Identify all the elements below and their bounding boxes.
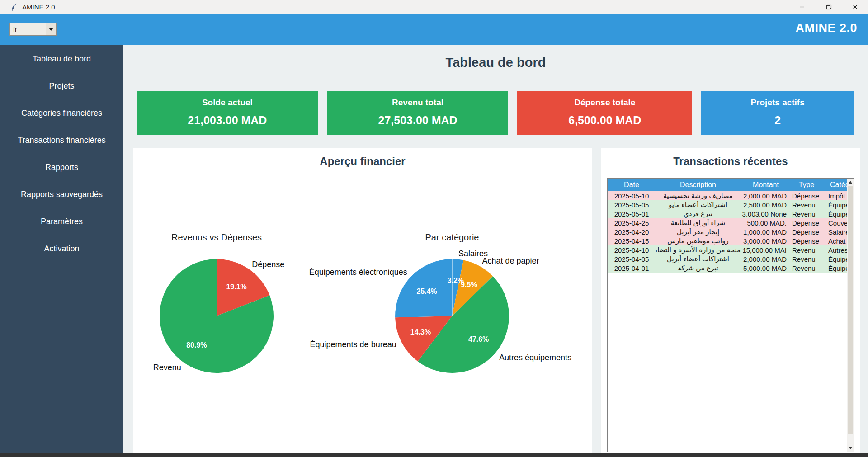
brand-title: AMINE 2.0 bbox=[795, 21, 857, 35]
cell-categorie: Équipe bbox=[822, 201, 847, 209]
cell-categorie: Équipe bbox=[822, 264, 847, 272]
cell-description: مصاريف ورشة تحسيسية bbox=[656, 192, 741, 200]
column-header-date[interactable]: Date bbox=[608, 179, 656, 191]
cell-date: 2025-04-25 bbox=[608, 219, 656, 227]
pie-chart-title: Revenus vs Dépenses bbox=[171, 232, 262, 242]
column-header-type[interactable]: Type bbox=[791, 179, 822, 191]
cell-categorie: Autres bbox=[822, 246, 847, 254]
stat-card-projets-actifs: Projets actifs2 bbox=[701, 91, 854, 135]
pie-percent-label: 25.4% bbox=[416, 287, 437, 295]
transaction-row[interactable]: 2025-04-20إيجار مقر أبريل1,000.00 MADDép… bbox=[608, 227, 847, 236]
close-button[interactable] bbox=[842, 0, 868, 14]
app-header: fr AMINE 2.0 bbox=[0, 14, 868, 45]
transaction-row[interactable]: 2025-04-05اشتراكات أعضاء أبريل2,000.00 M… bbox=[608, 254, 847, 264]
pie-slice-label: Dépense bbox=[252, 260, 284, 269]
cell-date: 2025-04-20 bbox=[608, 228, 656, 236]
cell-description: اشتراكات أعضاء مايو bbox=[656, 201, 741, 209]
scroll-up-button[interactable] bbox=[847, 179, 854, 186]
sidebar-item-rapports[interactable]: Rapports bbox=[0, 154, 123, 181]
stat-card-depense-totale: Dépense totale6,500.00 MAD bbox=[517, 91, 692, 135]
cell-date: 2025-05-01 bbox=[608, 210, 656, 218]
stat-card-solde-actuel: Solde actuel21,003.00 MAD bbox=[137, 91, 318, 135]
cell-description: تبرع فردي bbox=[656, 210, 741, 218]
cell-type: Revenu bbox=[791, 255, 822, 263]
cell-description: إيجار مقر أبريل bbox=[656, 228, 741, 236]
vertical-scrollbar[interactable] bbox=[847, 179, 854, 452]
cell-date: 2025-05-05 bbox=[608, 201, 656, 209]
language-select[interactable]: fr bbox=[9, 23, 57, 36]
cell-categorie: Impôt bbox=[822, 192, 847, 200]
column-header-categorie[interactable]: Catégorie bbox=[822, 179, 847, 191]
financial-overview-panel: Aperçu financier Revenus vs Dépenses19.1… bbox=[133, 148, 592, 453]
window-title: AMINE 2.0 bbox=[22, 3, 55, 11]
cell-type: Revenu bbox=[791, 246, 822, 254]
stat-card-title: Projets actifs bbox=[701, 98, 854, 108]
stat-card-value: 27,503.00 MAD bbox=[327, 114, 509, 127]
sidebar-item-projets[interactable]: Projets bbox=[0, 72, 123, 99]
cell-description: رواتب موظفين مارس bbox=[656, 237, 741, 245]
sidebar-item-activation[interactable]: Activation bbox=[0, 235, 123, 262]
cell-montant: 500.00 MAD. bbox=[741, 219, 791, 227]
cell-date: 2025-05-10 bbox=[608, 192, 656, 200]
transaction-row[interactable]: 2025-04-15رواتب موظفين مارس3,000.00 MADD… bbox=[608, 236, 847, 245]
scrollbar-thumb[interactable] bbox=[848, 186, 853, 434]
stat-card-title: Revenu total bbox=[327, 98, 509, 108]
main-content: Tableau de bord Solde actuel21,003.00 MA… bbox=[123, 45, 868, 453]
language-select-value: fr bbox=[10, 23, 46, 35]
stat-card-value: 2 bbox=[701, 114, 854, 127]
stat-card-value: 6,500.00 MAD bbox=[517, 114, 692, 127]
cell-date: 2025-04-01 bbox=[608, 264, 656, 272]
stat-card-revenu-total: Revenu total27,503.00 MAD bbox=[327, 91, 509, 135]
cell-type: Dépense bbox=[791, 237, 822, 245]
stat-card-title: Dépense totale bbox=[517, 98, 692, 108]
cell-categorie: Couver bbox=[822, 219, 847, 227]
sidebar-item-categories-financieres[interactable]: Catégories financières bbox=[0, 99, 123, 127]
arrow-down-icon bbox=[849, 447, 852, 449]
window-bottom-edge bbox=[0, 453, 868, 457]
transaction-row[interactable]: 2025-05-05اشتراكات أعضاء مايو2,500.00 MA… bbox=[608, 200, 847, 209]
sidebar-item-parametres[interactable]: Paramètres bbox=[0, 208, 123, 235]
stat-card-value: 21,003.00 MAD bbox=[137, 114, 318, 127]
arrow-up-icon bbox=[849, 181, 852, 184]
pie-slice-label: Achat de papier bbox=[482, 256, 539, 265]
cell-type: Dépense bbox=[791, 228, 822, 236]
cell-montant: 15,000.00 MAI bbox=[741, 246, 791, 254]
cell-description: منحة من وزارة الأسرة و التضامن bbox=[656, 246, 741, 254]
pie-percent-label: 19.1% bbox=[226, 283, 246, 291]
cell-montant: 2,000.00 MAD bbox=[741, 192, 791, 200]
transaction-row[interactable]: 2025-04-25شراء أوراق للطابعة500.00 MAD.D… bbox=[608, 218, 847, 227]
language-select-dropdown-button[interactable] bbox=[46, 23, 56, 35]
window-controls bbox=[789, 0, 868, 14]
cell-categorie: Équipe bbox=[822, 255, 847, 263]
cell-description: اشتراكات أعضاء أبريل bbox=[656, 255, 741, 263]
transaction-row[interactable]: 2025-04-01تبرع من شركة5,000.00 MADRevenu… bbox=[608, 264, 847, 273]
pie-percent-label: 9.5% bbox=[461, 281, 477, 288]
cell-type: Revenu bbox=[791, 210, 822, 218]
sidebar-item-rapports-sauvegardes[interactable]: Rapports sauvegardés bbox=[0, 181, 123, 208]
transaction-row[interactable]: 2025-05-10مصاريف ورشة تحسيسية2,000.00 MA… bbox=[608, 191, 847, 200]
scroll-down-button[interactable] bbox=[847, 444, 854, 452]
chevron-down-icon bbox=[49, 28, 53, 31]
page-title: Tableau de bord bbox=[123, 55, 868, 70]
sidebar-item-tableau-de-bord[interactable]: Tableau de bord bbox=[0, 45, 123, 72]
restore-button[interactable] bbox=[816, 0, 842, 14]
pie-slice-label: Revenu bbox=[153, 363, 181, 372]
window-titlebar: AMINE 2.0 bbox=[0, 0, 868, 14]
minimize-button[interactable] bbox=[789, 0, 816, 14]
column-header-montant[interactable]: Montant bbox=[741, 179, 791, 191]
cell-date: 2025-04-10 bbox=[608, 246, 656, 254]
cell-type: Dépense bbox=[791, 192, 822, 200]
pie-charts-figure: Revenus vs Dépenses19.1%Dépense80.9%Reve… bbox=[133, 148, 592, 453]
pie-slice-label: Équipements électroniques bbox=[309, 268, 407, 277]
transaction-row[interactable]: 2025-05-01تبرع فردي3,003.00 NoneRevenuÉq… bbox=[608, 209, 847, 218]
cell-categorie: Achat ( bbox=[822, 237, 847, 245]
cell-montant: 5,000.00 MAD bbox=[741, 264, 791, 272]
sidebar-item-transactions-financieres[interactable]: Transactions financières bbox=[0, 127, 123, 154]
cell-type: Revenu bbox=[791, 201, 822, 209]
transaction-row[interactable]: 2025-04-10منحة من وزارة الأسرة و التضامن… bbox=[608, 245, 847, 254]
cell-description: شراء أوراق للطابعة bbox=[656, 219, 741, 227]
cell-type: Dépense bbox=[791, 219, 822, 227]
column-header-description[interactable]: Description bbox=[656, 179, 741, 191]
transactions-table-header: DateDescriptionMontantTypeCatégorie bbox=[608, 179, 847, 191]
transactions-table-body: 2025-05-10مصاريف ورشة تحسيسية2,000.00 MA… bbox=[608, 191, 854, 273]
